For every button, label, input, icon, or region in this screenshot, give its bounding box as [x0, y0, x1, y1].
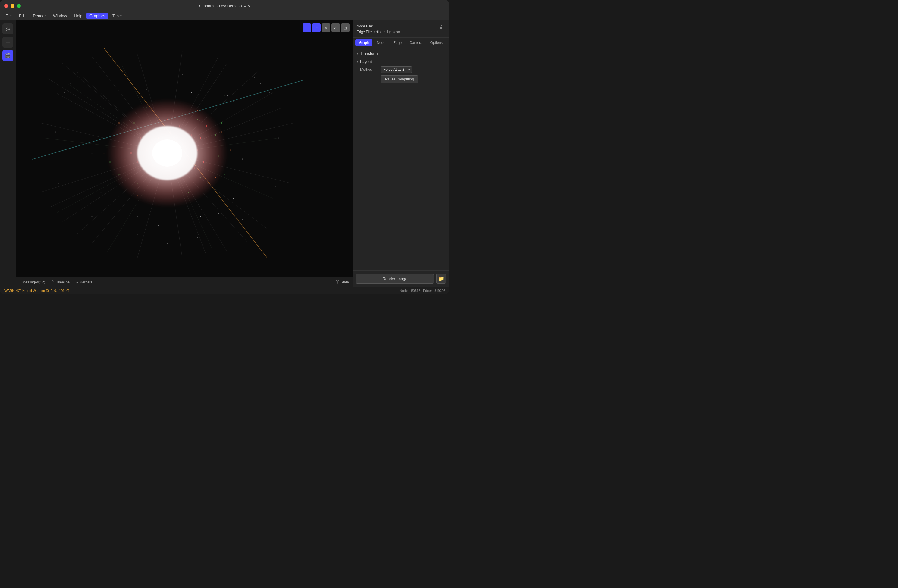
svg-point-63 — [200, 137, 201, 138]
folder-button[interactable]: 📁 — [436, 273, 446, 284]
svg-point-70 — [200, 177, 201, 178]
state-tab[interactable]: ⓘ State — [336, 279, 349, 285]
left-toolbar: ◎✛🎬 — [0, 20, 16, 287]
svg-point-93 — [107, 99, 228, 207]
status-stats: Nodes: 50515 | Edges: 819306 — [400, 289, 445, 293]
svg-line-37 — [56, 153, 167, 213]
svg-point-123 — [254, 77, 255, 78]
svg-point-71 — [118, 173, 120, 175]
menu-item-table[interactable]: Table — [109, 13, 125, 19]
pause-row: Pause Computing — [360, 75, 446, 83]
svg-point-50 — [185, 153, 186, 154]
panel-file-info: Node File: Edge File: artist_edges.csv 🗑 — [357, 23, 445, 35]
svg-line-8 — [167, 93, 273, 153]
layout-section-header[interactable]: ▼ Layout — [356, 59, 446, 64]
transform-section-header[interactable]: ▼ Transform — [356, 51, 446, 56]
svg-line-1 — [92, 48, 303, 258]
svg-line-3 — [62, 63, 167, 153]
svg-point-85 — [118, 122, 120, 123]
maximize-window-button[interactable] — [17, 4, 21, 8]
svg-point-79 — [137, 183, 138, 184]
menu-item-window[interactable]: Window — [50, 13, 70, 19]
menu-bar: FileEditRenderWindowHelpGraphicsTable — [0, 11, 449, 20]
svg-point-124 — [55, 132, 56, 132]
panel-tab-graph[interactable]: Graph — [355, 40, 372, 46]
svg-point-64 — [128, 144, 129, 144]
svg-point-106 — [137, 216, 138, 217]
pause-computing-button[interactable]: Pause Computing — [381, 75, 418, 83]
svg-line-14 — [167, 153, 182, 258]
kernels-label: Kernels — [80, 280, 92, 284]
svg-point-67 — [206, 125, 207, 126]
svg-point-119 — [80, 77, 80, 78]
svg-line-24 — [167, 72, 258, 153]
graph-viewport[interactable]: —−✕⤢⊡ — [16, 20, 352, 287]
graph-tb-fullscreen[interactable]: ⊡ — [341, 23, 349, 32]
panel-tab-options[interactable]: Options — [427, 40, 446, 46]
svg-line-31 — [122, 66, 167, 153]
panel-content: ▼ Transform ▼ Layout Method Force Atlas … — [353, 48, 449, 270]
transform-triangle-icon: ▼ — [356, 52, 359, 55]
svg-point-73 — [113, 138, 114, 138]
messages-label: Messages(12) — [22, 280, 45, 284]
svg-point-113 — [251, 180, 252, 180]
svg-point-48 — [170, 162, 171, 163]
menu-item-render[interactable]: Render — [30, 13, 49, 19]
svg-point-134 — [182, 74, 183, 75]
svg-point-115 — [218, 213, 219, 213]
panel-tab-edge[interactable]: Edge — [390, 40, 405, 46]
svg-point-55 — [140, 137, 141, 138]
svg-point-72 — [215, 134, 216, 135]
svg-line-18 — [41, 153, 167, 192]
method-select[interactable]: Force Atlas 2Force AtlasRandomCircle — [381, 66, 412, 73]
graph-tb-minus[interactable]: − — [312, 23, 321, 32]
svg-line-20 — [41, 123, 167, 153]
svg-line-21 — [56, 93, 167, 153]
tool-move[interactable]: ✛ — [2, 37, 13, 48]
graph-tb-close[interactable]: ✕ — [322, 23, 330, 32]
menu-item-file[interactable]: File — [2, 13, 15, 19]
svg-line-2 — [47, 78, 167, 153]
tool-camera[interactable]: 🎬 — [2, 50, 13, 61]
svg-line-5 — [137, 54, 167, 153]
timeline-label: Timeline — [56, 280, 69, 284]
svg-point-131 — [197, 237, 198, 238]
kernels-tab[interactable]: ✦ Kernels — [75, 280, 92, 284]
panel-tab-node[interactable]: Node — [373, 40, 389, 46]
menu-item-graphics[interactable]: Graphics — [86, 13, 108, 19]
svg-point-103 — [242, 159, 243, 160]
render-image-button[interactable]: Render Image — [356, 274, 434, 284]
timeline-tab[interactable]: ⏱ Timeline — [51, 280, 69, 284]
menu-item-edit[interactable]: Edit — [16, 13, 29, 19]
graph-tb-minus-small[interactable]: — — [303, 23, 311, 32]
svg-point-76 — [221, 122, 222, 123]
svg-point-47 — [164, 128, 165, 129]
layout-label: Layout — [360, 59, 372, 64]
svg-line-9 — [167, 123, 294, 153]
delete-file-button[interactable]: 🗑 — [438, 23, 445, 31]
graph-tb-expand[interactable]: ⤢ — [332, 23, 340, 32]
minimize-window-button[interactable] — [11, 4, 14, 8]
svg-point-120 — [65, 92, 65, 93]
layout-section-body: Method Force Atlas 2Force AtlasRandomCir… — [356, 66, 446, 83]
close-window-button[interactable] — [4, 4, 8, 8]
svg-point-130 — [137, 234, 138, 235]
svg-point-40 — [170, 132, 171, 132]
messages-tab[interactable]: ↑ Messages(12) — [19, 280, 45, 284]
node-file-label: Node File: — [357, 23, 400, 29]
svg-point-84 — [188, 192, 189, 193]
panel-tab-camera[interactable]: Camera — [406, 40, 426, 46]
svg-line-38 — [44, 138, 167, 153]
svg-point-89 — [137, 195, 138, 196]
svg-point-53 — [143, 155, 144, 157]
viewport-bottom-bar: ↑ Messages(12) ⏱ Timeline ✦ Kernels ⓘ St… — [16, 277, 352, 287]
menu-item-help[interactable]: Help — [71, 13, 85, 19]
window-title: GraphPU - Dev Demo - 0.4.5 — [199, 4, 250, 8]
status-warning: [WARNING] Kernel Warning [0, 0, 0, -101,… — [4, 289, 69, 293]
svg-point-59 — [167, 119, 168, 120]
svg-point-90 — [197, 110, 198, 112]
svg-point-127 — [275, 186, 276, 187]
svg-line-17 — [62, 153, 167, 222]
tool-target[interactable]: ◎ — [2, 23, 13, 34]
svg-point-107 — [200, 216, 201, 217]
